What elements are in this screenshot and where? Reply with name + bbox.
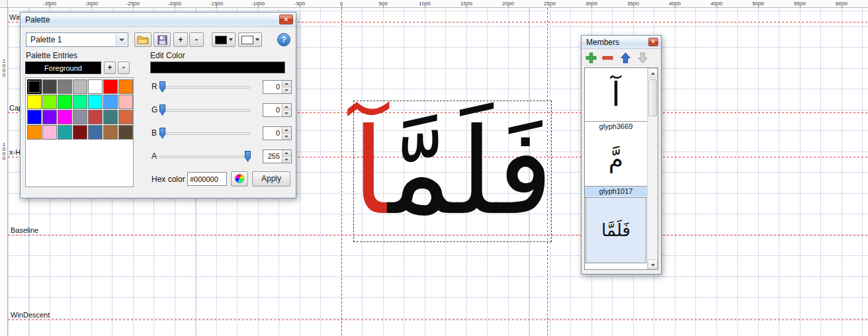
alpha-value-spinner[interactable]: 255 [263, 149, 292, 163]
add-entry-button[interactable]: + [104, 62, 116, 74]
move-member-down-button[interactable] [636, 51, 649, 64]
save-palette-button[interactable] [153, 32, 171, 47]
blue-value[interactable]: 0 [276, 129, 280, 137]
red-slider-track[interactable] [159, 86, 251, 89]
member-preview-1[interactable]: مَّ [585, 132, 647, 186]
alpha-slider-thumb[interactable] [245, 151, 251, 162]
hex-color-row: Hex color Apply [150, 171, 292, 187]
scroll-up-icon[interactable] [648, 68, 658, 78]
swatch-3[interactable] [73, 79, 87, 94]
members-scrollbar[interactable] [647, 68, 658, 269]
remove-member-button[interactable] [601, 51, 614, 64]
members-dialog-titlebar[interactable]: Members × [582, 36, 661, 49]
guide-line-origin[interactable] [341, 8, 342, 336]
blue-value-spinner[interactable]: 0 [263, 126, 292, 140]
swatch-25[interactable] [88, 125, 103, 140]
blue-slider[interactable] [159, 125, 251, 142]
red-slider[interactable] [159, 79, 251, 96]
move-member-up-button[interactable] [619, 51, 632, 64]
swatch-26[interactable] [103, 125, 118, 140]
guide-line-windescent[interactable] [8, 319, 868, 320]
move-up-icon [620, 52, 631, 63]
palette-select-arrow-button[interactable] [116, 34, 127, 46]
spin-down-icon[interactable] [282, 133, 291, 140]
green-slider-thumb[interactable] [159, 105, 165, 116]
selection-box[interactable] [353, 101, 552, 242]
palette-close-button[interactable]: × [279, 15, 293, 24]
swatch-24[interactable] [73, 125, 87, 140]
alpha-channel-row: A 255 [150, 148, 292, 165]
folder-open-icon [137, 35, 149, 44]
swatch-12[interactable] [103, 95, 118, 109]
alpha-value[interactable]: 255 [268, 152, 280, 160]
swatch-16[interactable] [58, 110, 72, 124]
apply-button[interactable]: Apply [252, 171, 290, 187]
ruler-tick [216, 5, 217, 7]
palette-entry-foreground[interactable]: Foreground [25, 62, 101, 74]
scroll-down-icon[interactable] [648, 259, 658, 269]
spin-down-icon[interactable] [282, 110, 291, 116]
red-value[interactable]: 0 [276, 83, 280, 91]
swatch-11[interactable] [88, 95, 103, 109]
color-picker-button[interactable] [231, 171, 248, 187]
alpha-slider-track[interactable] [159, 155, 251, 158]
spin-up-icon[interactable] [282, 150, 291, 156]
green-value[interactable]: 0 [276, 106, 280, 114]
member-label-1[interactable]: glyph1017 [585, 186, 647, 196]
palette-dialog-titlebar[interactable]: Palette × [21, 13, 296, 27]
green-value-spinner[interactable]: 0 [263, 103, 292, 117]
blue-slider-track[interactable] [159, 132, 251, 135]
swatch-2[interactable] [58, 79, 72, 94]
members-list[interactable]: آglyph3669مَّglyph1017فَلَمَّا [584, 67, 658, 270]
swatch-27[interactable] [118, 125, 133, 140]
swatch-20[interactable] [118, 110, 133, 124]
swatch-23[interactable] [58, 125, 72, 140]
swatch-9[interactable] [58, 95, 72, 109]
swatch-8[interactable] [42, 95, 57, 109]
blue-slider-thumb[interactable] [159, 128, 165, 139]
spin-up-icon[interactable] [282, 104, 291, 110]
scrollbar-thumb[interactable] [648, 79, 657, 116]
spin-up-icon[interactable] [282, 81, 291, 87]
swatch-1[interactable] [42, 79, 57, 94]
swatch-21[interactable] [27, 125, 42, 140]
swatch-13[interactable] [118, 95, 133, 109]
ruler-tick [383, 5, 384, 7]
palette-entries-label: Palette Entries [26, 51, 77, 60]
background-color-dropdown[interactable] [238, 32, 262, 47]
add-palette-button[interactable]: + [173, 32, 188, 47]
member-preview-0[interactable]: آ [585, 68, 647, 121]
member-label-0[interactable]: glyph3669 [585, 121, 647, 132]
member-preview-2[interactable]: فَلَمَّا [586, 197, 646, 263]
red-slider-thumb[interactable] [159, 81, 165, 93]
swatch-5[interactable] [103, 79, 118, 94]
swatch-17[interactable] [73, 110, 87, 124]
swatch-19[interactable] [103, 110, 118, 124]
spin-down-icon[interactable] [282, 87, 291, 93]
remove-entry-button[interactable]: - [118, 62, 130, 74]
add-member-button[interactable] [584, 51, 597, 64]
remove-palette-button[interactable]: - [189, 32, 204, 47]
open-palette-button[interactable] [134, 32, 152, 47]
hex-color-input[interactable] [187, 172, 227, 186]
swatch-18[interactable] [88, 110, 103, 124]
red-value-spinner[interactable]: 0 [263, 80, 292, 94]
swatch-15[interactable] [42, 110, 57, 124]
members-close-button[interactable]: × [648, 38, 658, 46]
swatch-7[interactable] [27, 95, 42, 109]
swatch-4[interactable] [88, 79, 103, 94]
alpha-slider[interactable] [159, 148, 251, 165]
palette-select[interactable]: Palette 1 [26, 32, 128, 47]
swatch-6[interactable] [118, 79, 133, 94]
ruler-tick [716, 5, 717, 7]
green-slider-track[interactable] [159, 109, 251, 112]
swatch-0[interactable] [27, 79, 42, 94]
foreground-color-dropdown[interactable] [212, 32, 236, 47]
spin-up-icon[interactable] [282, 127, 291, 133]
swatch-22[interactable] [42, 125, 57, 140]
swatch-14[interactable] [27, 110, 42, 124]
spin-down-icon[interactable] [282, 156, 291, 163]
help-button[interactable]: ? [277, 33, 290, 46]
swatch-10[interactable] [73, 95, 87, 109]
green-slider[interactable] [159, 102, 251, 119]
